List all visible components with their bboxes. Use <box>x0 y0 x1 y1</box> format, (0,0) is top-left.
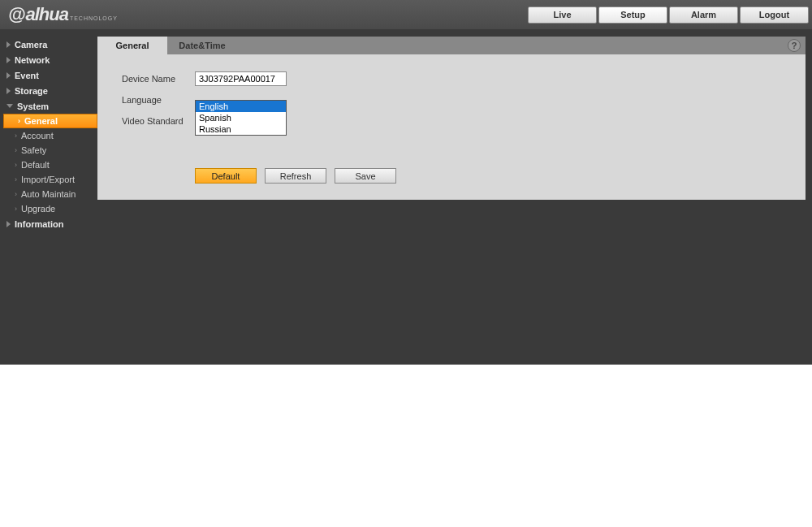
sidebar-label: Network <box>15 55 50 65</box>
video-standard-label: Video Standard <box>122 116 195 126</box>
sidebar-item-system[interactable]: System <box>0 98 97 114</box>
chevron-down-icon <box>6 104 13 108</box>
language-option-spanish[interactable]: Spanish <box>196 112 286 123</box>
language-option-russian[interactable]: Russian <box>196 123 286 135</box>
sidebar-subitem-import-export[interactable]: › Import/Export <box>0 172 97 187</box>
chevron-right-icon: › <box>18 117 20 125</box>
language-row: Language English Spanish Russian <box>122 92 781 108</box>
refresh-button[interactable]: Refresh <box>265 168 326 184</box>
sidebar-subitem-account[interactable]: › Account <box>0 128 97 143</box>
chevron-right-icon: › <box>15 146 17 154</box>
language-label: Language <box>122 95 195 105</box>
content-area: General Date&Time ? Device Name Language… <box>97 30 812 365</box>
sidebar-label: Storage <box>15 86 48 96</box>
sidebar-sub-label: Import/Export <box>21 175 75 184</box>
device-name-label: Device Name <box>122 74 195 84</box>
save-button[interactable]: Save <box>335 168 396 184</box>
brand-logo: @alhua TECHNOLOGY <box>8 4 118 25</box>
sidebar-sub-label: Upgrade <box>21 204 55 214</box>
tab-general[interactable]: General <box>97 37 167 54</box>
nav-alarm[interactable]: Alarm <box>669 6 738 24</box>
settings-panel: Device Name Language English Spanish Rus… <box>97 54 806 200</box>
sidebar-label: Camera <box>15 40 47 50</box>
sidebar-subitem-safety[interactable]: › Safety <box>0 143 97 158</box>
chevron-right-icon <box>6 41 11 48</box>
sidebar-item-information[interactable]: Information <box>0 216 97 231</box>
sidebar-item-network[interactable]: Network <box>0 52 97 67</box>
sidebar-subitem-upgrade[interactable]: › Upgrade <box>0 201 97 216</box>
chevron-right-icon: › <box>15 190 17 198</box>
nav-live[interactable]: Live <box>528 6 597 24</box>
help-icon[interactable]: ? <box>788 39 801 52</box>
language-dropdown[interactable]: English Spanish Russian <box>195 100 287 136</box>
sidebar-sub-label: Safety <box>21 145 46 155</box>
top-nav: Live Setup Alarm Logout <box>528 6 809 24</box>
header-bar: @alhua TECHNOLOGY Live Setup Alarm Logou… <box>0 0 812 30</box>
sidebar-item-camera[interactable]: Camera <box>0 37 97 52</box>
sidebar-label: Event <box>15 71 39 80</box>
chevron-right-icon: › <box>15 175 17 184</box>
sidebar-sub-label: Default <box>21 160 50 170</box>
device-name-row: Device Name <box>122 71 781 87</box>
sidebar-item-event[interactable]: Event <box>0 67 97 83</box>
default-button[interactable]: Default <box>195 168 257 184</box>
button-row: Default Refresh Save <box>195 168 781 184</box>
sidebar-sub-label: Account <box>21 131 54 140</box>
sidebar-sub-label: General <box>24 116 58 126</box>
nav-logout[interactable]: Logout <box>740 6 809 24</box>
chevron-right-icon: › <box>15 161 17 169</box>
sidebar-subitem-general[interactable]: › General <box>3 114 97 128</box>
sidebar-item-storage[interactable]: Storage <box>0 83 97 98</box>
device-name-input[interactable] <box>195 71 287 86</box>
tab-bar: General Date&Time ? <box>97 37 806 54</box>
chevron-right-icon <box>6 57 11 63</box>
nav-setup[interactable]: Setup <box>598 6 667 24</box>
chevron-right-icon <box>6 221 11 227</box>
sidebar-label: System <box>17 102 49 111</box>
chevron-right-icon <box>6 72 11 79</box>
chevron-right-icon: › <box>15 132 17 140</box>
sidebar-label: Information <box>15 219 64 229</box>
sidebar-subitem-default[interactable]: › Default <box>0 158 97 172</box>
language-option-english[interactable]: English <box>196 101 286 112</box>
chevron-right-icon <box>6 88 11 94</box>
main-container: Camera Network Event Storage System › Ge… <box>0 30 812 365</box>
chevron-right-icon: › <box>15 205 17 213</box>
sidebar: Camera Network Event Storage System › Ge… <box>0 30 97 365</box>
tab-date-time[interactable]: Date&Time <box>167 37 237 54</box>
sidebar-sub-label: Auto Maintain <box>21 189 76 199</box>
sidebar-subitem-auto-maintain[interactable]: › Auto Maintain <box>0 187 97 201</box>
